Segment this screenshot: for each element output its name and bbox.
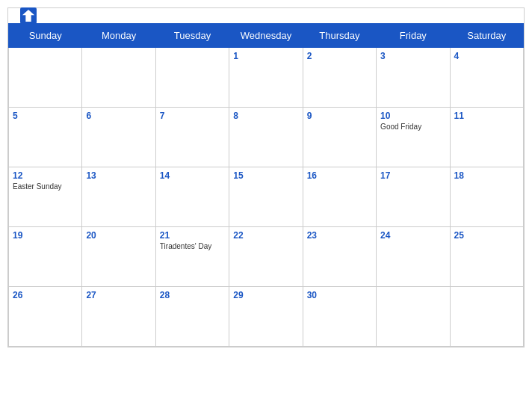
day-number: 3 [380,51,445,61]
calendar-cell: 28 [155,287,229,347]
day-number: 26 [13,290,78,300]
weekday-header-saturday: Saturday [450,24,523,48]
calendar-cell: 10Good Friday [377,108,450,167]
holiday-name: Tiradentes' Day [160,242,225,250]
calendar-cell [82,48,155,108]
calendar-cell [155,48,229,108]
day-number: 17 [380,170,445,181]
day-number: 13 [86,170,151,181]
calendar-cell: 20 [82,227,155,287]
day-number: 27 [86,290,151,300]
day-number: 4 [454,51,519,61]
calendar-cell: 9 [303,108,376,167]
week-row-2: 12Easter Sunday131415161718 [9,167,524,227]
weekday-header-friday: Friday [377,24,450,48]
day-number: 2 [307,51,372,61]
day-number: 6 [86,111,151,121]
day-number: 23 [307,230,372,241]
calendar-cell: 11 [450,108,523,167]
day-number: 11 [454,111,519,121]
calendar-cell: 18 [450,167,523,227]
calendar-cell: 14 [155,167,229,227]
calendar-cell: 8 [229,108,303,167]
general-blue-icon [20,7,37,24]
calendar-cell: 15 [229,167,303,227]
day-number: 1 [233,51,298,61]
calendar-cell: 22 [229,227,303,287]
weekday-header-tuesday: Tuesday [155,24,229,48]
calendar-cell: 6 [82,108,155,167]
calendar-cell: 2 [303,48,376,108]
calendar-cell: 5 [9,108,82,167]
day-number: 16 [307,170,372,181]
day-number: 18 [454,170,519,181]
calendar-cell: 16 [303,167,376,227]
calendar-cell: 13 [82,167,155,227]
day-number: 29 [233,290,298,300]
day-number: 22 [233,230,298,241]
day-number: 19 [13,230,78,241]
week-row-4: 2627282930 [9,287,524,347]
day-number: 9 [307,111,372,121]
day-number: 7 [160,111,225,121]
weekday-header-thursday: Thursday [303,24,376,48]
calendar-cell [377,287,450,347]
weekday-header-wednesday: Wednesday [229,24,303,48]
holiday-name: Good Friday [380,123,445,131]
week-row-0: 1234 [9,48,524,108]
calendar-cell [450,287,523,347]
calendar-cell: 30 [303,287,376,347]
week-row-3: 192021Tiradentes' Day22232425 [9,227,524,287]
day-number: 28 [160,290,225,300]
calendar-cell: 4 [450,48,523,108]
calendar-cell: 17 [377,167,450,227]
calendar-cell: 29 [229,287,303,347]
calendar-cell: 25 [450,227,523,287]
weekday-header-row: SundayMondayTuesdayWednesdayThursdayFrid… [9,24,524,48]
weekday-header-monday: Monday [82,24,155,48]
day-number: 12 [13,170,78,181]
day-number: 21 [160,230,225,241]
calendar-cell: 7 [155,108,229,167]
holiday-name: Easter Sunday [13,182,78,191]
logo-area [20,7,39,24]
calendar-cell [9,48,82,108]
day-number: 8 [233,111,298,121]
calendar-grid: SundayMondayTuesdayWednesdayThursdayFrid… [8,23,524,347]
day-number: 25 [454,230,519,241]
calendar-cell: 26 [9,287,82,347]
day-number: 15 [233,170,298,181]
calendar-cell: 3 [377,48,450,108]
day-number: 10 [380,111,445,121]
week-row-1: 5678910Good Friday11 [9,108,524,167]
calendar-cell: 27 [82,287,155,347]
day-number: 14 [160,170,225,181]
day-number: 5 [13,111,78,121]
calendar-cell: 12Easter Sunday [9,167,82,227]
calendar-container: SundayMondayTuesdayWednesdayThursdayFrid… [7,7,525,347]
calendar-header [8,8,524,23]
calendar-cell: 19 [9,227,82,287]
day-number: 24 [380,230,445,241]
day-number: 30 [307,290,372,300]
calendar-cell: 24 [377,227,450,287]
weekday-header-sunday: Sunday [9,24,82,48]
calendar-cell: 21Tiradentes' Day [155,227,229,287]
day-number: 20 [86,230,151,241]
calendar-cell: 1 [229,48,303,108]
calendar-cell: 23 [303,227,376,287]
